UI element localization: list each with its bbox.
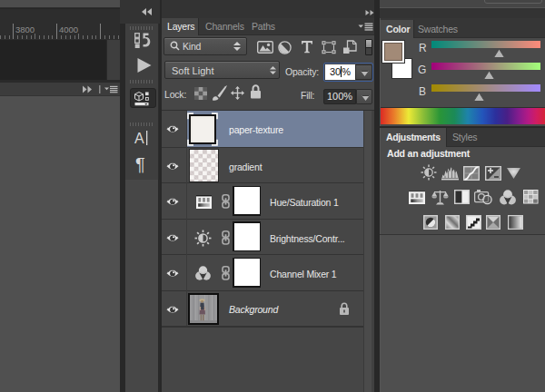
svg-text:A: A: [134, 131, 144, 146]
svg-text:3800: 3800: [15, 24, 35, 34]
svg-text:¶: ¶: [135, 154, 145, 174]
svg-text:4000: 4000: [59, 24, 78, 34]
